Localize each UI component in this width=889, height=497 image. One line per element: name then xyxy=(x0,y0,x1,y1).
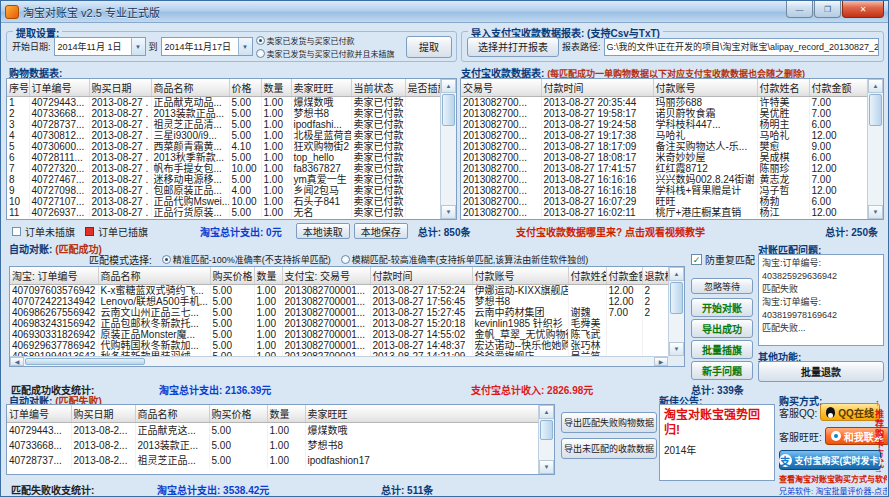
radio-shipped-paid[interactable]: 卖家已发货与买家已付款 xyxy=(256,35,402,46)
vertical-scrollbar[interactable]: ▲ ▼ xyxy=(440,79,456,219)
table-row[interactable]: 406929637786942代购韩国秋冬新款加...5.001.0020130… xyxy=(10,340,668,351)
table-row[interactable]: 407097603576942K-x蜜糖蓝双式骑约飞...5.001.00201… xyxy=(10,285,668,297)
end-date-picker[interactable]: 2014年11月17日 ▼ xyxy=(161,37,253,56)
table-row[interactable]: 940727098...2013-08-27 .包邮原装正品...4.001.0… xyxy=(7,185,440,196)
column-header[interactable]: 订单编号 xyxy=(7,405,71,423)
column-header[interactable]: 付款时间 xyxy=(370,267,472,285)
vertical-scrollbar[interactable]: ▲ ▼ xyxy=(668,267,684,356)
column-header[interactable]: 购买价格 xyxy=(209,405,267,423)
column-header[interactable]: 交易号 xyxy=(461,79,541,97)
column-header[interactable]: 付款姓名 xyxy=(757,79,809,97)
export-success-button[interactable]: 导出成功 xyxy=(691,319,753,338)
scroll-right-icon[interactable]: ▶ xyxy=(654,357,668,366)
table-row[interactable]: 2013082700...2013-08-27 20:35:44玛丽莎688许特… xyxy=(461,97,867,109)
column-header[interactable]: 付款金额 xyxy=(809,79,867,97)
column-header[interactable]: 付款账号 xyxy=(472,267,568,285)
start-date-picker[interactable]: 2014年11月 1日 ▼ xyxy=(54,37,146,56)
table-row[interactable]: 2013082700...2013-08-27 16:16:18学科栈+臂果赠是… xyxy=(461,185,867,196)
scroll-thumb[interactable] xyxy=(869,94,882,126)
qq-online-button[interactable]: QQ在线 xyxy=(820,403,880,421)
table-row[interactable]: 240733668...2013-08-27 .2013装款正品...5.001… xyxy=(7,108,440,119)
batch-refund-button[interactable]: 批量退款 xyxy=(758,361,884,382)
column-header[interactable]: 付款金额 xyxy=(606,267,642,285)
table-row[interactable]: 406983243156942正品包邮秋冬新款托...5.001.0020130… xyxy=(10,318,668,329)
table-row[interactable]: 840727467...2013-08-27 .迷移动电源移...5.001.0… xyxy=(7,174,440,185)
radio-fuzzy-match[interactable]: 模糊匹配-较高准确率(支持拆单匹配,该算法由新佳软件独创) xyxy=(341,253,589,266)
table-row[interactable]: 2013082700...2013-08-27 17:41:57红红霞8712陈… xyxy=(461,163,867,174)
export-fail-button[interactable]: 导出匹配失败购物数据 xyxy=(561,412,657,433)
column-header[interactable]: 商品名称 xyxy=(98,267,210,285)
table-row[interactable]: 2013082700...2013-08-27 16:16:16兴兴数妈002.… xyxy=(461,174,867,185)
column-header[interactable]: 购买日期 xyxy=(71,405,135,423)
open-report-button[interactable]: 选择并打开报表 xyxy=(467,37,559,57)
ignore-button[interactable]: 忽略等待 xyxy=(691,278,753,294)
column-header[interactable]: 退款核算 xyxy=(642,267,668,285)
scroll-thumb[interactable] xyxy=(540,420,553,440)
table-row[interactable]: 640728111...2013-08-27 .2013秋季新款...5.001… xyxy=(7,152,440,163)
table-row[interactable]: 2013082700...2013-08-27 19:24:58学科枝科447.… xyxy=(461,119,867,130)
column-header[interactable]: 序号 xyxy=(7,79,29,97)
table-row[interactable]: 340728737...2013-08-27 .祖灵芝正品清...5.001.0… xyxy=(7,119,440,130)
column-header[interactable]: 付款账号 xyxy=(653,79,757,97)
column-header[interactable]: 付款时间 xyxy=(541,79,653,97)
table-row[interactable]: 406930331826942原装正品Monster魔...5.001.0020… xyxy=(10,329,668,340)
column-header[interactable]: 商品名称 xyxy=(151,79,229,97)
brother-software-link[interactable]: 兄弟软件: 淘宝批量评价器-点击下载 xyxy=(779,485,887,496)
column-header[interactable]: 购买价格 xyxy=(210,267,254,285)
scroll-up-icon[interactable]: ▲ xyxy=(868,79,883,93)
table-row[interactable]: 740727320...2013-08-27 .帆布手提女包...10.001.… xyxy=(7,163,440,174)
column-header[interactable]: 数量 xyxy=(267,405,305,423)
radio-shipped-paid-unflagged[interactable]: 卖家已发货与买家已付款并且未插旗 xyxy=(256,48,402,59)
scroll-down-icon[interactable]: ▼ xyxy=(441,205,456,219)
column-header[interactable]: 是否插旗 xyxy=(405,79,440,97)
alipay-buy-button[interactable]: 支 支付宝购买(实时发卡) xyxy=(779,450,881,470)
close-button[interactable]: ✕ xyxy=(842,1,884,18)
alipay-data-help-link[interactable]: 支付宝收款数据哪里来? 点击观看视频教学 xyxy=(516,224,705,239)
table-row[interactable]: 407072422134942Lenovo/联想A500手机...5.001.0… xyxy=(10,296,668,307)
table-row[interactable]: 1040727107...2013-08-27 .正品代购Mswei...10.… xyxy=(7,196,440,207)
table-row[interactable]: 2013082700...2013-08-27 16:07:29旺旺杨勃6.00 xyxy=(461,196,867,207)
table-row[interactable]: 40729443...2013-08-2...正品献克这...5.001.00爆… xyxy=(7,423,538,439)
dedupe-checkbox[interactable]: ✓ 防重复匹配 xyxy=(691,252,755,267)
price-info-link[interactable]: 查看淘宝对账宝购买方式与软件价格 xyxy=(779,473,887,484)
column-header[interactable]: 淘宝: 订单编号 xyxy=(10,267,98,285)
column-header[interactable]: 付款姓名 xyxy=(568,267,606,285)
column-header[interactable]: 支付宝: 交易号 xyxy=(282,267,370,285)
extract-button[interactable]: 提取 xyxy=(406,36,452,58)
column-header[interactable]: 当前状态 xyxy=(351,79,405,97)
maximize-button[interactable]: ❐ xyxy=(814,1,841,18)
chevron-down-icon[interactable]: ▼ xyxy=(238,38,252,55)
scroll-down-icon[interactable]: ▼ xyxy=(669,342,684,356)
scroll-up-icon[interactable]: ▲ xyxy=(539,405,554,419)
column-header[interactable]: 卖家旺旺 xyxy=(291,79,351,97)
scroll-thumb[interactable] xyxy=(25,358,145,365)
table-row[interactable]: 140729443...2013-08-27 .正品献克动品...5.001.0… xyxy=(7,97,440,109)
start-reconcile-button[interactable]: 开始对账 xyxy=(691,298,753,317)
column-header[interactable]: 数量 xyxy=(261,79,291,97)
column-header[interactable]: 购买日期 xyxy=(89,79,151,97)
chevron-down-icon[interactable]: ▼ xyxy=(131,38,145,55)
vertical-scrollbar[interactable]: ▲ ▼ xyxy=(867,79,883,219)
scroll-thumb[interactable] xyxy=(670,282,683,314)
table-row[interactable]: 40728737...2013-08-2...祖灵芝正品...5.001.00i… xyxy=(7,453,538,468)
table-row[interactable]: 2013082700...2013-08-27 18:17:09备注买购物达人-… xyxy=(461,141,867,152)
column-header[interactable]: 订单编号 xyxy=(29,79,89,97)
table-row[interactable]: 1140726937...2013-08-27 .正品行货原装...5.001.… xyxy=(7,207,440,218)
table-row[interactable]: 440730812...2013-08-27 .三星i9300/i9...5.0… xyxy=(7,130,440,141)
vertical-scrollbar[interactable]: ▲ ▼ xyxy=(538,405,554,474)
minimize-button[interactable]: — xyxy=(786,1,813,18)
column-header[interactable]: 商品名称 xyxy=(135,405,209,423)
table-row[interactable]: 540730600...2013-08-27 .西菜颜青霜黄...4.101.0… xyxy=(7,141,440,152)
local-load-button[interactable]: 本地读取 xyxy=(296,223,350,239)
table-row[interactable]: 40733668...2013-08-2...2013装款正...5.001.0… xyxy=(7,438,538,453)
table-row[interactable]: 2013082700...2013-08-27 18:08:17米奇妙妙屋吴成棋… xyxy=(461,152,867,163)
table-row[interactable]: 2013082700...2013-08-27 19:17:38马哈礼马哈礼12… xyxy=(461,130,867,141)
scroll-down-icon[interactable]: ▼ xyxy=(868,205,883,219)
export-unmatched-button[interactable]: 导出未匹配的收款数据 xyxy=(561,438,657,459)
scroll-down-icon[interactable]: ▼ xyxy=(539,460,554,474)
column-header[interactable]: 价格 xyxy=(229,79,261,97)
table-row[interactable]: 2013082700...2013-08-27 16:02:11桃厅+港庄橱某直… xyxy=(461,207,867,218)
scroll-thumb[interactable] xyxy=(442,94,455,126)
scroll-up-icon[interactable]: ▲ xyxy=(441,79,456,93)
column-header[interactable]: 数量 xyxy=(254,267,282,285)
